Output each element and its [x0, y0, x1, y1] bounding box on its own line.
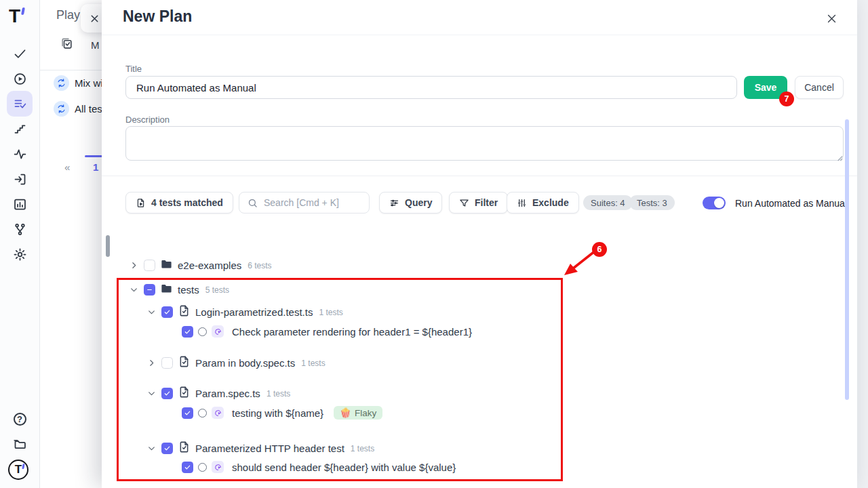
- chevron-down-icon[interactable]: [146, 388, 157, 399]
- active-tab-indicator: [85, 155, 102, 157]
- tree-checkbox[interactable]: [182, 462, 193, 473]
- tree-checkbox[interactable]: [161, 357, 173, 369]
- chevron-down-icon[interactable]: [128, 285, 139, 296]
- test-label[interactable]: should send header ${header} with value …: [232, 462, 456, 473]
- chevron-down-icon[interactable]: [146, 443, 157, 454]
- tree-checkbox[interactable]: [144, 284, 155, 296]
- gear-icon[interactable]: [7, 241, 33, 267]
- suite-test-count: 6 tests: [248, 261, 271, 270]
- test-label[interactable]: testing with ${name}: [232, 407, 323, 419]
- file-icon: [178, 304, 191, 320]
- suite-test-count: 1 tests: [319, 308, 342, 317]
- tree-test-row[interactable]: testing with ${name}🍿Flaky: [182, 406, 382, 420]
- copy-check-icon[interactable]: [60, 37, 73, 52]
- tree-suite-row[interactable]: Param in body.spec.ts1 tests: [146, 355, 326, 371]
- steps-icon[interactable]: [7, 116, 33, 142]
- plans-drawer: Play M Mix wi All tes « 1: [40, 0, 102, 488]
- suite-label[interactable]: tests: [178, 284, 199, 296]
- suite-test-count: 1 tests: [301, 359, 325, 368]
- suite-label[interactable]: e2e-examples: [178, 260, 241, 271]
- drawer-scrollbar-thumb[interactable]: [106, 235, 110, 257]
- test-plans-icon[interactable]: [7, 91, 33, 117]
- plan-item-label: Mix wi: [75, 77, 102, 89]
- folder-icon: [160, 282, 173, 298]
- test-tree: e2e-examples6 teststests5 testsLogin-par…: [102, 0, 857, 488]
- chevron-down-icon[interactable]: [146, 307, 157, 318]
- chevron-right-icon[interactable]: [146, 358, 157, 369]
- logo-accent: [21, 7, 25, 15]
- drawer-title: Play: [56, 8, 80, 22]
- tree-suite-row[interactable]: e2e-examples6 tests: [128, 258, 272, 273]
- branch-icon[interactable]: [7, 216, 33, 242]
- suite-test-count: 1 tests: [267, 389, 290, 399]
- drawer-column-label: M: [91, 39, 100, 51]
- tree-suite-row[interactable]: Login-parametrized.test.ts1 tests: [146, 304, 343, 320]
- tree-test-row[interactable]: should send header ${header} with value …: [182, 461, 456, 473]
- tree-checkbox[interactable]: [182, 407, 193, 419]
- pulse-icon[interactable]: [7, 141, 33, 167]
- suite-test-count: 1 tests: [351, 444, 374, 453]
- play-circle-icon[interactable]: [7, 66, 33, 92]
- analytics-icon[interactable]: [7, 191, 33, 217]
- tree-checkbox[interactable]: [144, 260, 155, 271]
- help-icon[interactable]: ?: [7, 406, 33, 432]
- tree-test-row[interactable]: Check parameter rendering for header1 = …: [182, 325, 472, 338]
- tree-checkbox[interactable]: [182, 326, 193, 338]
- sync-icon: [54, 75, 69, 91]
- flaky-badge: 🍿Flaky: [334, 406, 382, 420]
- plan-list-item[interactable]: Mix wi: [54, 75, 102, 91]
- app-logo[interactable]: T: [9, 5, 20, 27]
- user-avatar[interactable]: T: [8, 460, 28, 480]
- modal-scrollbar-thumb[interactable]: [845, 119, 849, 400]
- new-plan-modal: New Plan Title Save Cancel Description 4…: [102, 0, 857, 488]
- tree-checkbox[interactable]: [161, 306, 173, 318]
- tree-checkbox[interactable]: [161, 443, 173, 454]
- divider: [40, 70, 102, 70]
- file-icon: [178, 441, 191, 456]
- import-icon[interactable]: [7, 166, 33, 192]
- folder-icon: [160, 258, 173, 273]
- suite-label[interactable]: Parameterized HTTP header test: [195, 443, 344, 454]
- status-circle-icon[interactable]: [198, 409, 207, 418]
- tree-suite-row[interactable]: tests5 tests: [128, 282, 229, 298]
- automated-test-icon: [212, 407, 224, 419]
- automated-test-icon: [212, 325, 224, 338]
- file-icon: [178, 386, 191, 401]
- pagination-page-1[interactable]: 1: [93, 161, 98, 173]
- automated-test-icon: [212, 461, 224, 473]
- status-circle-icon[interactable]: [198, 327, 207, 336]
- chevron-right-icon[interactable]: [128, 260, 139, 271]
- status-circle-icon[interactable]: [198, 463, 207, 472]
- tree-checkbox[interactable]: [161, 388, 173, 399]
- suite-label[interactable]: Param.spec.ts: [195, 388, 260, 399]
- annotation-badge-7: 7: [779, 92, 794, 106]
- plan-list-item[interactable]: All tes: [54, 101, 102, 117]
- suite-label[interactable]: Param in body.spec.ts: [195, 357, 295, 369]
- suite-test-count: 5 tests: [205, 285, 229, 295]
- sync-icon: [54, 101, 69, 117]
- check-icon[interactable]: [7, 41, 33, 66]
- tree-suite-row[interactable]: Param.spec.ts1 tests: [146, 386, 290, 401]
- avatar-accent: [22, 464, 24, 469]
- app-sidebar: T ? T: [0, 0, 40, 488]
- test-label[interactable]: Check parameter rendering for header1 = …: [232, 326, 472, 338]
- plan-item-label: All tes: [75, 103, 102, 115]
- pagination-prev[interactable]: «: [64, 161, 70, 173]
- suite-label[interactable]: Login-parametrized.test.ts: [195, 306, 313, 318]
- projects-folder-icon[interactable]: [7, 431, 33, 457]
- drawer-toolbar: M: [60, 37, 100, 52]
- tree-suite-row[interactable]: Parameterized HTTP header test1 tests: [146, 441, 374, 456]
- popcorn-icon: 🍿: [340, 407, 351, 418]
- file-icon: [178, 355, 191, 371]
